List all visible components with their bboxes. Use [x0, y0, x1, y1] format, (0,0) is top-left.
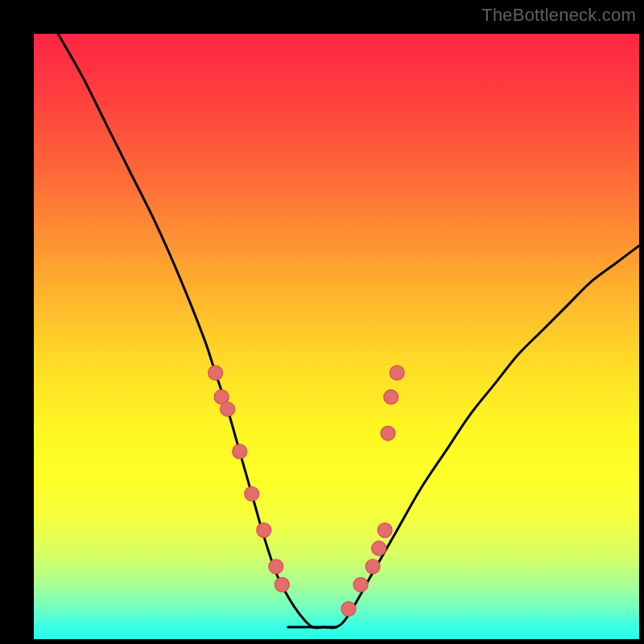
bottleneck-curve: [58, 34, 639, 628]
marker-dot: [233, 444, 247, 459]
marker-dot: [269, 559, 283, 574]
marker-dot: [245, 487, 259, 502]
marker-dot: [341, 601, 356, 616]
marker-dot: [378, 523, 392, 538]
outer-frame: TheBottleneck.com: [0, 0, 644, 644]
marker-dot: [384, 390, 398, 404]
marker-dot: [372, 541, 386, 555]
markers-right: [341, 365, 404, 616]
marker-dot: [390, 365, 404, 380]
plot-area: [34, 34, 639, 639]
marker-dot: [221, 402, 235, 416]
watermark-text: TheBottleneck.com: [481, 5, 636, 26]
marker-dot: [208, 365, 223, 380]
chart-svg: [34, 34, 639, 639]
marker-dot: [353, 577, 368, 592]
markers-left: [208, 365, 290, 592]
marker-dot: [365, 559, 380, 574]
marker-dot: [275, 577, 289, 592]
marker-dot: [381, 426, 395, 440]
marker-dot: [257, 523, 271, 538]
